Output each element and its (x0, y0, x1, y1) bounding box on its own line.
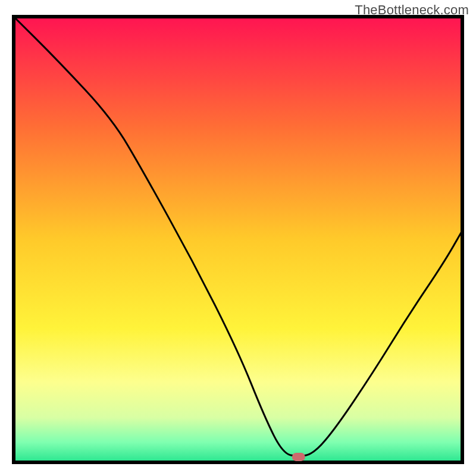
chart-container: { "watermark": "TheBottleneck.com", "plo… (0, 0, 476, 476)
bottleneck-chart (0, 0, 476, 476)
optimum-marker (292, 453, 305, 461)
plot-background-gradient (14, 17, 462, 462)
